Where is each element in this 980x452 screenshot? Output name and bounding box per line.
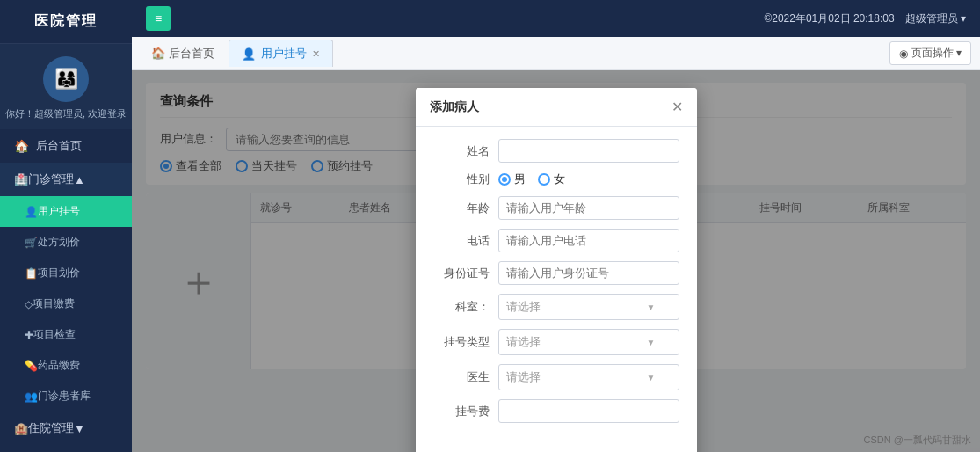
tab-bar-right: ◉ 页面操作 ▾ <box>889 41 971 65</box>
dept-select-wrapper: 请选择 ▼ <box>498 294 679 320</box>
project-price-icon: 📋 <box>25 267 38 280</box>
sidebar: 医院管理 👨‍👩‍👧 你好！超级管理员, 欢迎登录 🏠 后台首页 🏥 门诊管理 … <box>0 0 132 452</box>
top-bar-right: ©2022年01月02日 20:18:03 超级管理员 ▾ <box>764 11 966 26</box>
sidebar-item-medicine-fee[interactable]: 💊 药品缴费 <box>0 350 132 381</box>
sidebar-item-patient-db[interactable]: 👥 门诊患者库 <box>0 381 132 412</box>
modal-title: 添加病人 <box>430 99 479 115</box>
patient-db-icon: 👥 <box>25 390 38 403</box>
form-row-dept: 科室： 请选择 ▼ <box>433 294 679 320</box>
sidebar-header: 医院管理 <box>0 0 132 44</box>
tab-bar: 🏠 后台首页 👤 用户挂号 ✕ ◉ 页面操作 ▾ <box>132 37 980 70</box>
home-tab-icon: 🏠 <box>151 47 165 60</box>
sidebar-item-user-register-label: 用户挂号 <box>38 204 80 219</box>
sidebar-item-project-check-label: 项目检查 <box>33 327 76 342</box>
dept-label: 科室： <box>433 299 490 315</box>
age-input[interactable] <box>498 196 679 220</box>
reg-type-label: 挂号类型 <box>433 334 490 350</box>
tab-close-icon[interactable]: ✕ <box>312 48 320 60</box>
sidebar-item-project-price-label: 项目划价 <box>38 266 80 281</box>
doctor-label: 医生 <box>433 369 490 385</box>
name-label: 姓名 <box>433 143 490 159</box>
form-row-age: 年龄 <box>433 196 679 220</box>
name-input[interactable] <box>498 139 679 163</box>
dept-placeholder: 请选择 <box>506 299 541 315</box>
project-check-icon: ✚ <box>25 329 33 341</box>
sidebar-item-home-label: 后台首页 <box>36 138 82 154</box>
main-content: ≡ ©2022年01月02日 20:18:03 超级管理员 ▾ 🏠 后台首页 👤… <box>132 0 980 452</box>
phone-input[interactable] <box>498 229 679 252</box>
sidebar-nav: 🏠 后台首页 🏥 门诊管理 ▲ 👤 用户挂号 🛒 处方划价 📋 项目划价 ◇ 项… <box>0 129 132 452</box>
modal-body: 姓名 性别 男 女 <box>416 127 697 444</box>
age-label: 年龄 <box>433 200 490 216</box>
sidebar-item-prescription-label: 处方划价 <box>38 235 80 250</box>
sidebar-item-home[interactable]: 🏠 后台首页 <box>0 129 132 163</box>
gender-female[interactable]: 女 <box>538 171 565 187</box>
doctor-placeholder: 请选择 <box>506 369 541 385</box>
sidebar-item-project-price[interactable]: 📋 项目划价 <box>0 258 132 288</box>
tab-user-register-label: 用户挂号 <box>261 46 307 62</box>
chevron-up-icon: ▲ <box>74 173 85 186</box>
page-action-button[interactable]: ◉ 页面操作 ▾ <box>889 41 971 65</box>
gender-female-label: 女 <box>554 171 565 187</box>
form-row-gender: 性别 男 女 <box>433 171 679 187</box>
form-row-fee: 挂号费 <box>433 399 679 423</box>
chevron-down-icon: ▼ <box>74 422 85 435</box>
content-area: 查询条件 用户信息： 搜索 查看全部 当天挂号 预约挂号 <box>132 70 980 452</box>
admin-dropdown[interactable]: 超级管理员 ▾ <box>905 11 966 26</box>
sidebar-item-clinic[interactable]: 🏥 门诊管理 ▲ <box>0 163 132 196</box>
sidebar-item-medicine-fee-label: 药品缴费 <box>38 358 80 373</box>
modal-add-patient: 添加病人 ✕ 姓名 性别 男 <box>416 88 697 452</box>
form-row-doctor: 医生 请选择 ▼ <box>433 364 679 390</box>
gender-female-radio <box>538 173 550 186</box>
sidebar-avatar-area: 👨‍👩‍👧 你好！超级管理员, 欢迎登录 <box>0 44 132 129</box>
sidebar-item-system[interactable]: ⚙ 系统管理 ▼ <box>0 445 132 452</box>
id-card-label: 身份证号 <box>433 266 490 281</box>
gender-label: 性别 <box>433 171 490 187</box>
sidebar-item-project-fee-label: 项目缴费 <box>33 296 75 311</box>
reg-type-select-arrow: ▼ <box>647 338 656 347</box>
page-action-label: 页面操作 ▾ <box>911 46 962 61</box>
sidebar-item-hospital[interactable]: 🏨 住院管理 ▼ <box>0 412 132 445</box>
sidebar-item-hospital-label: 住院管理 <box>28 420 74 436</box>
fee-label: 挂号费 <box>433 404 490 419</box>
dept-select[interactable]: 请选择 ▼ <box>498 294 679 320</box>
form-row-name: 姓名 <box>433 139 679 163</box>
doctor-select[interactable]: 请选择 ▼ <box>498 364 679 390</box>
tab-home-label: 后台首页 <box>169 46 214 62</box>
sidebar-item-patient-db-label: 门诊患者库 <box>38 389 91 404</box>
gender-male[interactable]: 男 <box>498 171 526 187</box>
user-register-icon: 👤 <box>25 206 38 218</box>
reg-type-select[interactable]: 请选择 ▼ <box>498 329 679 355</box>
hospital-icon: 🏨 <box>14 422 28 435</box>
gender-male-label: 男 <box>514 171 526 187</box>
gender-group: 男 女 <box>498 171 565 187</box>
id-card-input[interactable] <box>498 261 679 285</box>
user-tab-icon: 👤 <box>242 47 256 61</box>
doctor-select-arrow: ▼ <box>647 373 656 383</box>
top-bar: ≡ ©2022年01月02日 20:18:03 超级管理员 ▾ <box>132 0 980 37</box>
sidebar-item-user-register[interactable]: 👤 用户挂号 <box>0 196 132 227</box>
reg-type-select-wrapper: 请选择 ▼ <box>498 329 679 355</box>
sidebar-item-project-fee[interactable]: ◇ 项目缴费 <box>0 288 132 319</box>
tab-home[interactable]: 🏠 后台首页 <box>141 40 225 67</box>
sidebar-item-project-check[interactable]: ✚ 项目检查 <box>0 319 132 350</box>
doctor-select-wrapper: 请选择 ▼ <box>498 364 679 390</box>
modal-footer: ✓提交 ↺重置 <box>416 444 697 452</box>
sidebar-item-prescription[interactable]: 🛒 处方划价 <box>0 227 132 258</box>
sidebar-title: 医院管理 <box>34 13 98 28</box>
radio-icon: ◉ <box>899 47 908 60</box>
clinic-icon: 🏥 <box>14 173 28 186</box>
sidebar-welcome: 你好！超级管理员, 欢迎登录 <box>5 107 127 120</box>
reg-type-placeholder: 请选择 <box>506 334 541 350</box>
fee-input[interactable] <box>498 399 679 423</box>
tab-user-register[interactable]: 👤 用户挂号 ✕ <box>229 40 333 67</box>
dept-select-arrow: ▼ <box>647 303 656 312</box>
project-fee-icon: ◇ <box>25 298 33 310</box>
form-row-id-card: 身份证号 <box>433 261 679 285</box>
modal-close-icon[interactable]: ✕ <box>671 98 683 115</box>
hamburger-button[interactable]: ≡ <box>146 6 171 31</box>
avatar-emoji: 👨‍👩‍👧 <box>54 68 78 91</box>
modal-overlay: 添加病人 ✕ 姓名 性别 男 <box>132 70 980 452</box>
phone-label: 电话 <box>433 233 490 249</box>
top-bar-left: ≡ <box>146 6 171 31</box>
